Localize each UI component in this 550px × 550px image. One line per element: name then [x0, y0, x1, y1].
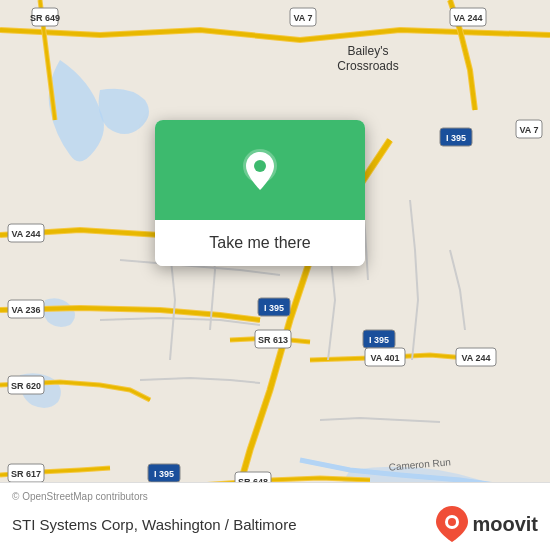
place-name: STI Systems Corp, Washington / Baltimore	[12, 516, 297, 533]
location-pin-icon	[238, 148, 282, 192]
map-background: SR 649 VA 7 VA 244 VA 7 VA 244 VA 236 SR…	[0, 0, 550, 550]
svg-text:VA 244: VA 244	[461, 353, 490, 363]
svg-text:I 395: I 395	[446, 133, 466, 143]
svg-point-39	[448, 518, 456, 526]
svg-text:VA 244: VA 244	[11, 229, 40, 239]
svg-text:I 395: I 395	[154, 469, 174, 479]
popup-card: Take me there	[155, 120, 365, 266]
svg-text:SR 617: SR 617	[11, 469, 41, 479]
svg-text:I 395: I 395	[369, 335, 389, 345]
svg-text:VA 401: VA 401	[370, 353, 399, 363]
popup-green-area	[155, 120, 365, 220]
svg-text:Bailey's: Bailey's	[348, 44, 389, 58]
info-bar: © OpenStreetMap contributors STI Systems…	[0, 482, 550, 550]
map-container: SR 649 VA 7 VA 244 VA 7 VA 244 VA 236 SR…	[0, 0, 550, 550]
svg-text:SR 620: SR 620	[11, 381, 41, 391]
svg-text:VA 236: VA 236	[11, 305, 40, 315]
svg-point-37	[254, 160, 266, 172]
svg-text:Crossroads: Crossroads	[337, 59, 398, 73]
svg-text:I 395: I 395	[264, 303, 284, 313]
moovit-brand-text: moovit	[472, 513, 538, 536]
osm-attribution: © OpenStreetMap contributors	[12, 491, 538, 502]
bottom-row: STI Systems Corp, Washington / Baltimore…	[12, 506, 538, 542]
take-me-there-button[interactable]: Take me there	[155, 220, 365, 266]
moovit-logo: moovit	[436, 506, 538, 542]
moovit-pin-icon	[436, 506, 468, 542]
svg-text:VA 244: VA 244	[453, 13, 482, 23]
svg-text:SR 649: SR 649	[30, 13, 60, 23]
svg-text:VA 7: VA 7	[293, 13, 312, 23]
svg-text:VA 7: VA 7	[519, 125, 538, 135]
svg-text:SR 613: SR 613	[258, 335, 288, 345]
